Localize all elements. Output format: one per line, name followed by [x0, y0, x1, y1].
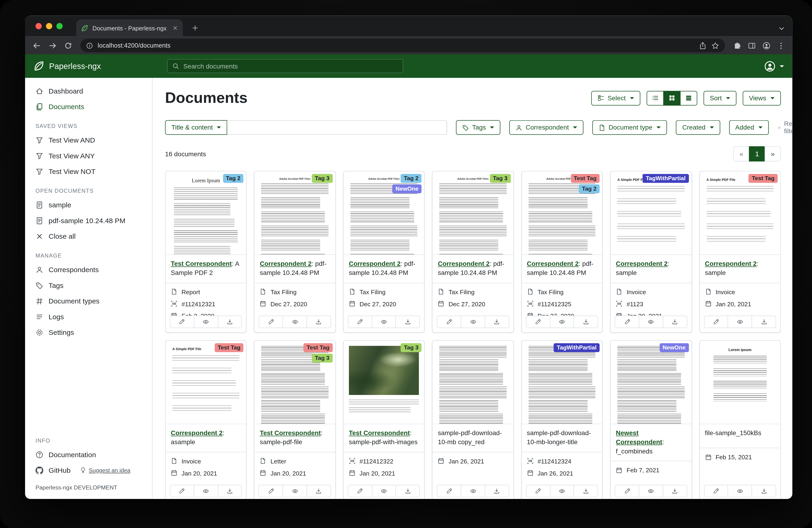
document-card[interactable]: Adobe Acrobat PDF Files Tag 3 Correspond… — [254, 171, 336, 333]
tag-badge[interactable]: Tag 3 — [312, 174, 333, 183]
document-card[interactable]: Adobe Acrobat PDF Files Test TagTag 2 Co… — [521, 171, 603, 333]
correspondent-link[interactable]: Test Correspondent — [171, 260, 232, 268]
correspondent-link[interactable]: Correspondent 2 — [527, 260, 579, 268]
download-button[interactable] — [218, 316, 242, 328]
card-title[interactable]: file-sample_150kBs — [700, 424, 780, 448]
tag-badge[interactable]: NewOne — [659, 343, 689, 352]
view-button[interactable] — [372, 485, 396, 497]
view-button[interactable] — [728, 316, 752, 328]
tag-badge[interactable]: Test Tag — [570, 174, 599, 183]
sidebar-item-documentation[interactable]: Documentation — [25, 447, 152, 462]
created-filter-button[interactable]: Created — [676, 120, 720, 135]
edit-button[interactable] — [437, 485, 461, 497]
select-button[interactable]: Select — [591, 90, 640, 105]
document-card[interactable]: sample-pdf-download-10-mb copy_red Jan 2… — [432, 340, 514, 499]
correspondent-link[interactable]: Test Correspondent — [349, 430, 410, 437]
tab-close-icon[interactable] — [173, 25, 178, 31]
edit-button[interactable] — [615, 485, 639, 497]
pagination-next-button[interactable]: » — [765, 146, 781, 161]
document-card[interactable]: NewOne Newest Correspondent: f_combineds… — [610, 340, 692, 499]
card-preview[interactable] — [433, 341, 513, 424]
edit-button[interactable] — [615, 316, 639, 328]
global-search[interactable] — [167, 59, 403, 73]
view-mode-table-button[interactable] — [680, 90, 697, 105]
card-preview[interactable]: Adobe Acrobat PDF Files Tag 2NewOne — [344, 171, 424, 255]
sidebar-item-tags[interactable]: Tags — [25, 277, 152, 293]
address-bar[interactable]: localhost:4200/documents — [81, 39, 725, 53]
view-button[interactable] — [283, 485, 307, 497]
tag-badge[interactable]: Tag 2 — [579, 184, 599, 193]
minimize-window-button[interactable] — [46, 23, 52, 29]
view-button[interactable] — [550, 485, 574, 497]
download-button[interactable] — [485, 485, 509, 497]
correspondent-link[interactable]: Newest Correspondent — [616, 430, 662, 446]
new-tab-button[interactable] — [189, 22, 201, 34]
tag-badge[interactable]: Test Tag — [304, 343, 333, 352]
download-button[interactable] — [395, 316, 420, 328]
correspondent-link[interactable]: Correspondent 2 — [705, 260, 757, 268]
edit-button[interactable] — [259, 316, 283, 328]
sidebar-item-test-view-any[interactable]: Test View ANY — [25, 148, 152, 164]
download-button[interactable] — [485, 316, 509, 328]
tag-badge[interactable]: Tag 3 — [490, 174, 511, 183]
card-title[interactable]: Newest Correspondent: f_combineds — [611, 424, 691, 461]
forward-button[interactable] — [46, 39, 58, 52]
card-title[interactable]: Correspondent 2: pdf-sample 10.24.48 PM — [255, 255, 335, 283]
card-preview[interactable]: A Simple PDF File TagWithPartial — [611, 171, 691, 255]
download-button[interactable] — [574, 316, 598, 328]
card-title[interactable]: Correspondent 2: pdf-sample 10.24.48 PM — [522, 255, 602, 283]
edit-button[interactable] — [348, 485, 372, 497]
view-button[interactable] — [461, 485, 485, 497]
filter-field-button[interactable]: Title & content — [165, 120, 228, 135]
card-title[interactable]: Correspondent 2: sample — [611, 255, 691, 283]
browser-tab[interactable]: Documents - Paperless-ngx — [76, 19, 183, 37]
views-button[interactable]: Views — [743, 90, 781, 105]
pagination-prev-button[interactable]: « — [733, 146, 750, 161]
card-title[interactable]: Correspondent 2: pdf-sample 10.24.48 PM — [433, 255, 513, 283]
download-button[interactable] — [307, 485, 331, 497]
side-panel-icon[interactable] — [748, 42, 756, 49]
reload-button[interactable] — [62, 39, 74, 52]
view-button[interactable] — [550, 316, 574, 328]
download-button[interactable] — [663, 316, 687, 328]
document-card[interactable]: A Simple PDF File Test Tag Correspondent… — [699, 171, 781, 333]
document-card[interactable]: A Simple PDF File TagWithPartial Corresp… — [610, 171, 692, 333]
card-title[interactable]: Correspondent 2: pdf-sample 10.24.48 PM — [344, 255, 424, 283]
card-preview[interactable]: Lorem Ipsum Tag 2 — [165, 171, 246, 255]
document-card[interactable]: Test TagTag 3 Test Correspondent: sample… — [254, 340, 336, 499]
reset-filters-button[interactable]: Reset filters — [778, 120, 792, 135]
view-button[interactable] — [728, 485, 752, 497]
zoom-window-button[interactable] — [56, 23, 63, 29]
edit-button[interactable] — [259, 485, 283, 497]
sidebar-item-test-view-not[interactable]: Test View NOT — [25, 163, 152, 179]
filter-query-input[interactable] — [228, 120, 447, 135]
document-card[interactable]: Lorem Ipsum Tag 2 Test Correspondent: A … — [165, 171, 247, 333]
correspondent-filter-button[interactable]: Correspondent — [509, 120, 583, 135]
view-button[interactable] — [193, 316, 218, 328]
card-title[interactable]: sample-pdf-download-10-mb-longer-title — [522, 424, 602, 452]
card-preview[interactable]: TagWithPartial — [522, 341, 602, 424]
download-button[interactable] — [395, 485, 420, 497]
edit-button[interactable] — [348, 316, 372, 328]
edit-button[interactable] — [704, 485, 728, 497]
card-preview[interactable]: Test TagTag 3 — [255, 341, 335, 424]
share-icon[interactable] — [699, 42, 707, 49]
browser-profile-icon[interactable] — [763, 42, 770, 49]
extensions-icon[interactable] — [733, 42, 741, 49]
download-button[interactable] — [752, 316, 776, 328]
card-preview[interactable]: Lorem ipsum — [700, 341, 780, 424]
sidebar-item-open-doc-pdf-sample[interactable]: pdf-sample 10.24.48 PM — [25, 213, 152, 228]
card-preview[interactable]: A Simple PDF File Test Tag — [165, 341, 246, 424]
close-window-button[interactable] — [35, 23, 42, 29]
tag-badge[interactable]: TagWithPartial — [643, 174, 689, 183]
edit-button[interactable] — [170, 316, 194, 328]
document-card[interactable]: Tag 3 Test Correspondent: sample-pdf-wit… — [343, 340, 425, 499]
pagination-page-button[interactable]: 1 — [749, 146, 765, 161]
document-card[interactable]: Lorem ipsum file-sample_150kBs Feb 15, 2… — [699, 340, 781, 499]
view-button[interactable] — [461, 316, 485, 328]
view-button[interactable] — [193, 485, 218, 497]
card-title[interactable]: Correspondent 2: asample — [165, 424, 246, 452]
edit-button[interactable] — [170, 485, 194, 497]
card-preview[interactable]: Adobe Acrobat PDF Files Tag 3 — [433, 171, 513, 255]
user-menu[interactable] — [764, 60, 784, 72]
